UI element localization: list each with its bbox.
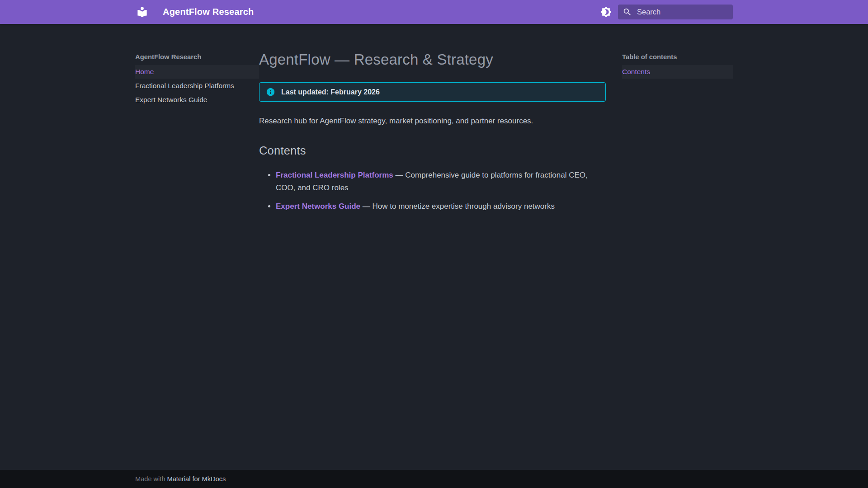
- sidebar-item-fractional-leadership-platforms[interactable]: Fractional Leadership Platforms: [135, 79, 259, 93]
- info-admonition: Last updated: February 2026: [259, 82, 606, 102]
- sidebar-title: AgentFlow Research: [135, 51, 259, 63]
- info-icon: [266, 87, 275, 97]
- page-footer: Made with Material for MkDocs: [0, 470, 868, 488]
- admonition-text: Last updated: February 2026: [281, 88, 380, 96]
- footer-mkdocs-link[interactable]: Material for MkDocs: [167, 475, 226, 483]
- intro-paragraph: Research hub for AgentFlow strategy, mar…: [259, 115, 606, 127]
- library-book-icon: [136, 6, 148, 18]
- table-of-contents: Table of contents Contents: [622, 24, 733, 79]
- list-item: Expert Networks Guide — How to monetize …: [276, 200, 606, 212]
- site-title[interactable]: AgentFlow Research: [163, 7, 254, 17]
- app-header: AgentFlow Research: [0, 0, 868, 24]
- dark-mode-toggle[interactable]: [599, 6, 612, 19]
- brightness-icon: [600, 6, 612, 18]
- page-body: AgentFlow Research Home Fractional Leade…: [135, 24, 733, 470]
- link-fractional-leadership-platforms[interactable]: Fractional Leadership Platforms: [276, 171, 393, 179]
- sidebar-item-expert-networks-guide[interactable]: Expert Networks Guide: [135, 93, 259, 107]
- list-item: Fractional Leadership Platforms — Compre…: [276, 169, 606, 193]
- search-icon: [623, 7, 632, 17]
- link-expert-networks-guide[interactable]: Expert Networks Guide: [276, 202, 360, 211]
- search-box[interactable]: [618, 5, 733, 19]
- page-title: AgentFlow — Research & Strategy: [259, 51, 606, 68]
- search-input[interactable]: [637, 8, 728, 16]
- toc-title: Table of contents: [622, 51, 733, 63]
- toc-item-contents[interactable]: Contents: [622, 65, 733, 79]
- list-item-description: — How to monetize expertise through advi…: [360, 202, 555, 211]
- site-logo[interactable]: [135, 5, 149, 19]
- footer-made-with-text: Made with: [135, 475, 167, 483]
- contents-list: Fractional Leadership Platforms — Compre…: [259, 169, 606, 212]
- main-content: AgentFlow — Research & Strategy Last upd…: [259, 24, 622, 219]
- contents-heading: Contents: [259, 144, 606, 157]
- left-sidebar: AgentFlow Research Home Fractional Leade…: [135, 24, 259, 107]
- sidebar-item-home[interactable]: Home: [135, 65, 259, 79]
